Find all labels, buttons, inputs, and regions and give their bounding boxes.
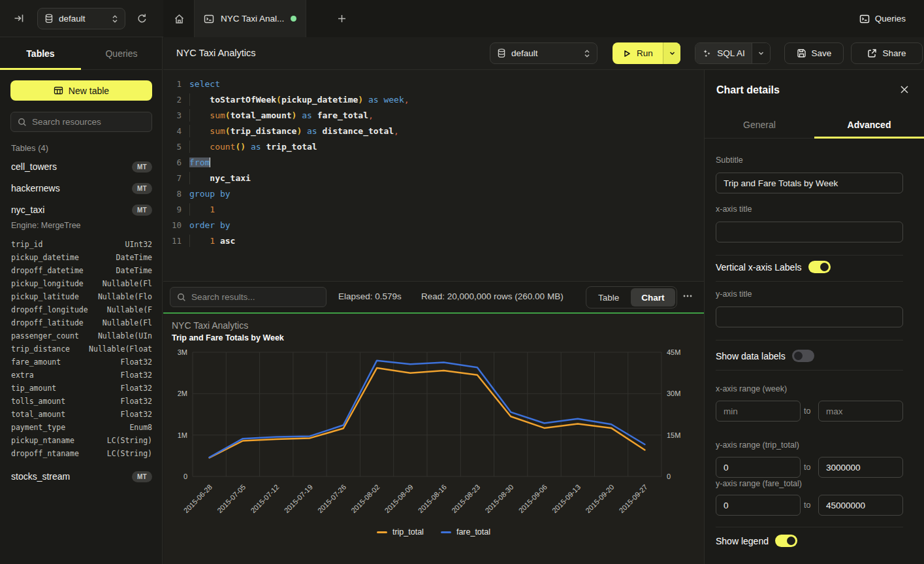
legend-item-trip_total[interactable]: trip_total — [377, 527, 424, 537]
queries-button[interactable]: Queries — [859, 0, 906, 37]
service-selector-value: default — [59, 14, 106, 24]
editor-line[interactable]: 5 count() as trip_total — [163, 139, 704, 154]
database-selector[interactable]: default — [490, 42, 597, 64]
column-row: dropoff_ntanameLC(String) — [11, 447, 152, 460]
save-icon — [797, 48, 806, 58]
run-label: Run — [637, 48, 653, 58]
sql-editor[interactable]: 1select2 toStartOfWeek(pickup_datetime) … — [163, 70, 704, 281]
svg-text:2015-09-13: 2015-09-13 — [550, 483, 582, 514]
share-button[interactable]: Share — [851, 42, 923, 64]
line-code: from — [189, 158, 210, 167]
show-legend-toggle[interactable] — [775, 535, 797, 547]
svg-text:1M: 1M — [178, 431, 187, 439]
svg-text:2015-08-23: 2015-08-23 — [450, 483, 481, 514]
column-type: UInt32 — [125, 240, 152, 249]
column-row: tip_amountFloat32 — [11, 382, 152, 395]
legend-item-fare_total[interactable]: fare_total — [441, 527, 490, 537]
save-button[interactable]: Save — [784, 42, 844, 64]
home-icon[interactable] — [171, 11, 187, 27]
xaxis-title-input[interactable] — [716, 222, 903, 242]
column-row: passenger_countNullable(UIn — [11, 329, 152, 342]
results-search — [170, 287, 327, 307]
table-item-stocks-stream[interactable]: stocks_stream MT — [0, 467, 163, 486]
tables-section-label: Tables (4) — [11, 143, 48, 153]
to-label: to — [804, 406, 810, 416]
subtitle-input[interactable] — [716, 173, 903, 193]
editor-line[interactable]: 7 nyc_taxi — [163, 170, 704, 186]
column-name: trip_id — [11, 240, 42, 249]
tab-nyc-taxi-analytics[interactable]: NYC Taxi Anal... — [194, 0, 306, 37]
run-options-caret[interactable] — [663, 42, 680, 64]
column-name: pickup_longitude — [11, 279, 84, 288]
editor-line[interactable]: 1select — [163, 76, 704, 91]
table-item-cell-towers[interactable]: cell_towers MT — [0, 157, 163, 176]
share-label: Share — [882, 48, 906, 58]
collapse-sidebar-icon[interactable] — [12, 11, 26, 25]
new-table-button[interactable]: New table — [10, 80, 152, 101]
column-name: total_amount — [11, 410, 65, 419]
xaxis-range-min-input[interactable] — [716, 401, 801, 422]
editor-line[interactable]: 8group by — [163, 186, 704, 201]
table-item-nyc-taxi[interactable]: nyc_taxi MT — [0, 200, 163, 220]
main-header: NYC Taxi Analytics default Run SQL AI Sa… — [163, 37, 924, 70]
sql-ai-caret[interactable] — [752, 43, 770, 63]
column-name: pickup_latitude — [11, 292, 79, 301]
divider — [716, 370, 903, 371]
editor-line[interactable]: 9 1 — [163, 201, 704, 217]
service-selector[interactable]: default — [37, 8, 125, 29]
editor-line[interactable]: 2 toStartOfWeek(pickup_datetime) as week… — [163, 91, 704, 107]
sidebar-search-input[interactable] — [32, 117, 145, 127]
results-search-input[interactable] — [191, 292, 319, 302]
line-number: 8 — [163, 189, 182, 199]
xaxis-range-max-input[interactable] — [818, 401, 903, 422]
table-item-hackernews[interactable]: hackernews MT — [0, 178, 163, 198]
editor-line[interactable]: 6from — [163, 154, 704, 170]
editor-line[interactable]: 3 sum(total_amount) as fare_total, — [163, 107, 704, 123]
svg-text:2015-07-12: 2015-07-12 — [249, 483, 280, 514]
svg-text:15M: 15M — [667, 431, 680, 439]
svg-text:2015-07-26: 2015-07-26 — [316, 483, 347, 514]
yaxis-range-fare-max-input[interactable] — [818, 495, 903, 516]
updown-chevron-icon — [584, 49, 590, 58]
details-header: Chart details — [705, 70, 924, 111]
tab-advanced[interactable]: Advanced — [814, 111, 924, 138]
vertical-xaxis-labels-row: Vertical x-axis Labels — [716, 261, 831, 273]
more-options-icon[interactable] — [682, 291, 693, 301]
column-type: LC(String) — [107, 436, 152, 445]
column-type: Nullable(Fl — [103, 318, 152, 327]
yaxis-range-trip-max-input[interactable] — [818, 457, 903, 478]
sidebar-tab-queries[interactable]: Queries — [81, 37, 162, 69]
show-data-labels-toggle[interactable] — [792, 350, 814, 362]
yaxis-range-fare-min-input[interactable] — [716, 495, 801, 516]
column-type: Nullable(Float — [89, 344, 152, 354]
view-table-button[interactable]: Table — [588, 288, 629, 307]
column-type: Nullable(UIn — [98, 331, 152, 340]
database-selector-value: default — [511, 48, 579, 58]
engine-info: Engine: MergeTree — [11, 221, 81, 230]
refresh-icon[interactable] — [135, 11, 149, 25]
column-name: dropoff_longitude — [11, 305, 88, 314]
editor-line[interactable]: 11 1 asc — [163, 233, 704, 248]
close-icon[interactable] — [899, 84, 910, 95]
editor-line[interactable]: 4 sum(trip_distance) as distance_total, — [163, 123, 704, 139]
yaxis-title-input[interactable] — [716, 307, 903, 327]
run-button[interactable]: Run — [613, 42, 680, 64]
divider — [716, 281, 903, 282]
sidebar-tab-tables[interactable]: Tables — [0, 37, 81, 69]
yaxis-range-fare-label: y-axis range (fare_total) — [716, 479, 802, 488]
line-number: 1 — [163, 79, 182, 89]
line-code: toStartOfWeek(pickup_datetime) as week, — [189, 95, 409, 105]
view-chart-button[interactable]: Chart — [631, 288, 675, 307]
column-row: pickup_longitudeNullable(Fl — [11, 277, 152, 290]
sql-ai-button[interactable]: SQL AI — [695, 42, 771, 64]
updown-chevron-icon — [112, 14, 118, 24]
column-row: tolls_amountFloat32 — [11, 395, 152, 408]
new-tab-icon[interactable] — [334, 11, 349, 25]
svg-text:2M: 2M — [178, 390, 187, 397]
editor-line[interactable]: 10order by — [163, 217, 704, 233]
tab-general[interactable]: General — [705, 111, 814, 138]
yaxis-range-trip-min-input[interactable] — [716, 457, 801, 478]
subtitle-label: Subtitle — [716, 156, 743, 165]
chart-panel: NYC Taxi Analytics Trip and Fare Totals … — [163, 312, 704, 564]
vertical-xaxis-labels-toggle[interactable] — [808, 261, 831, 273]
